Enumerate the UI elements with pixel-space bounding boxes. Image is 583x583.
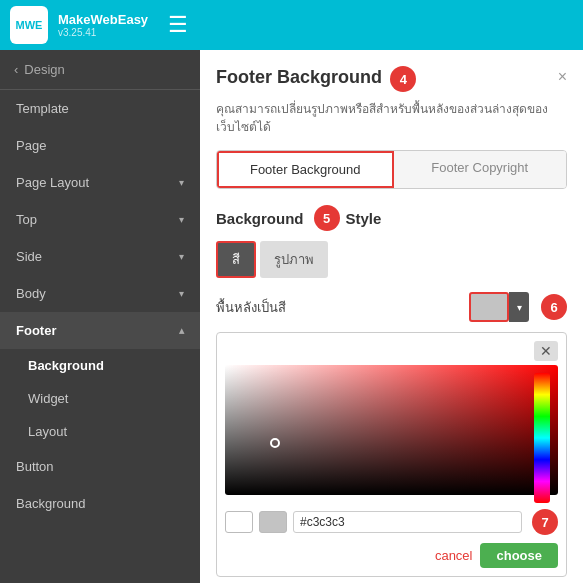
sidebar-item-page-layout[interactable]: Page Layout ▾ (0, 164, 200, 201)
sidebar-sub-widget[interactable]: Widget (0, 382, 200, 415)
tabs: Footer Background Footer Copyright (216, 150, 567, 189)
picker-close-button[interactable]: ✕ (534, 341, 558, 361)
picker-swatch-white (225, 511, 253, 533)
sidebar-item-label: Button (16, 459, 54, 474)
chevron-down-icon: ▾ (179, 251, 184, 262)
sidebar-item-label: Page (16, 138, 46, 153)
sidebar: ‹ Design Template Page Page Layout ▾ Top… (0, 50, 200, 583)
content-area: Footer Background 4 × คุณสามารถเปลี่ยนรู… (200, 50, 583, 583)
color-label: พื้นหลังเป็นสี (216, 297, 461, 318)
panel-title-group: Footer Background 4 (216, 66, 416, 92)
style-btn-label: รูปภาพ (274, 252, 314, 267)
sidebar-item-footer[interactable]: Footer ▴ (0, 312, 200, 349)
sidebar-back[interactable]: ‹ Design (0, 50, 200, 90)
tab-footer-copyright[interactable]: Footer Copyright (394, 151, 567, 188)
section-title-text2: Style (346, 210, 382, 227)
logo-text: MWE (16, 19, 43, 31)
close-icon[interactable]: × (558, 68, 567, 86)
picker-actions: cancel choose (225, 543, 558, 568)
sidebar-back-label: Design (24, 62, 64, 77)
section-title: Background 5 Style (216, 205, 567, 231)
step4-badge: 4 (390, 66, 416, 92)
style-btn-color[interactable]: สี (216, 241, 256, 278)
sidebar-item-label: Background (16, 496, 85, 511)
chevron-down-icon: ▾ (179, 214, 184, 225)
color-picker: ✕ 7 cancel choose (216, 332, 567, 577)
step7-badge: 7 (532, 509, 558, 535)
chevron-down-icon: ▾ (179, 177, 184, 188)
step6-badge: 6 (541, 294, 567, 320)
sidebar-item-side[interactable]: Side ▾ (0, 238, 200, 275)
choose-button[interactable]: choose (480, 543, 558, 568)
picker-cursor[interactable] (270, 438, 280, 448)
tab-label: Footer Background (250, 162, 361, 177)
cancel-button[interactable]: cancel (435, 543, 473, 568)
sidebar-item-label: Template (16, 101, 69, 116)
picker-header: ✕ (225, 341, 558, 361)
sidebar-item-template[interactable]: Template (0, 90, 200, 127)
sidebar-item-label: Top (16, 212, 37, 227)
sidebar-item-top[interactable]: Top ▾ (0, 201, 200, 238)
sidebar-sub-label: Widget (28, 391, 68, 406)
top-bar: MWE MakeWebEasy v3.25.41 ☰ (0, 0, 583, 50)
color-preview[interactable] (469, 292, 509, 322)
style-btn-image[interactable]: รูปภาพ (260, 241, 328, 278)
style-buttons: สี รูปภาพ (216, 241, 567, 278)
color-dropdown-btn[interactable]: ▾ (509, 292, 529, 322)
picker-gradient[interactable] (225, 365, 558, 495)
picker-area-wrapper (225, 365, 558, 503)
chevron-down-icon: ▾ (179, 288, 184, 299)
style-btn-label: สี (232, 252, 240, 267)
sidebar-item-label: Body (16, 286, 46, 301)
brand-name: MakeWebEasy (58, 12, 148, 28)
sidebar-sub-label: Layout (28, 424, 67, 439)
main-layout: ‹ Design Template Page Page Layout ▾ Top… (0, 50, 583, 583)
step5-badge: 5 (314, 205, 340, 231)
picker-bottom: 7 (225, 509, 558, 535)
sidebar-item-label: Footer (16, 323, 56, 338)
sidebar-item-button[interactable]: Button (0, 448, 200, 485)
panel: Footer Background 4 × คุณสามารถเปลี่ยนรู… (200, 50, 583, 583)
logo: MWE (10, 6, 48, 44)
section-title-text: Background (216, 210, 304, 227)
tab-footer-background[interactable]: Footer Background (217, 151, 394, 188)
color-row: พื้นหลังเป็นสี ▾ 6 (216, 292, 567, 322)
hamburger-menu[interactable]: ☰ (168, 12, 188, 38)
sidebar-sub-label: Background (28, 358, 104, 373)
sidebar-sub-layout[interactable]: Layout (0, 415, 200, 448)
sidebar-item-bg[interactable]: Background (0, 485, 200, 522)
sidebar-item-page[interactable]: Page (0, 127, 200, 164)
sidebar-item-label: Page Layout (16, 175, 89, 190)
back-chevron-icon: ‹ (14, 62, 18, 77)
brand-info: MakeWebEasy v3.25.41 (58, 12, 148, 39)
sidebar-item-label: Side (16, 249, 42, 264)
panel-description: คุณสามารถเปลี่ยนรูปภาพหรือสีสำหรับพื้นหล… (216, 100, 567, 136)
brand-version: v3.25.41 (58, 27, 148, 38)
sidebar-item-body[interactable]: Body ▾ (0, 275, 200, 312)
picker-hex-input[interactable] (293, 511, 522, 533)
panel-header: Footer Background 4 × (216, 66, 567, 92)
panel-title: Footer Background (216, 67, 382, 87)
picker-spectrum[interactable] (534, 373, 550, 503)
tab-label: Footer Copyright (431, 160, 528, 175)
sidebar-sub-background[interactable]: Background (0, 349, 200, 382)
chevron-up-icon: ▴ (179, 325, 184, 336)
picker-swatch-current (259, 511, 287, 533)
